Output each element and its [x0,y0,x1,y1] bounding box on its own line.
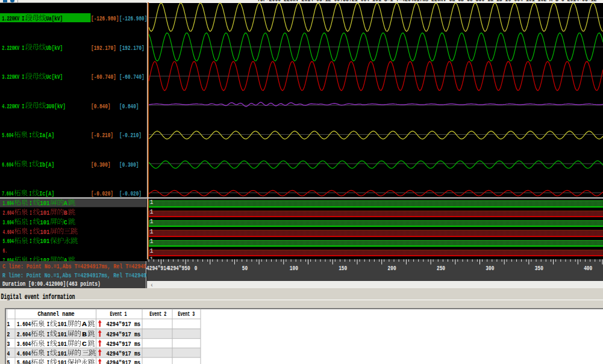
svg-text:1.604: 1.604 [17,321,31,328]
svg-text:4294"917 ms: 4294"917 ms [107,331,141,338]
svg-text:I: I [47,321,49,328]
svg-text:Event 3: Event 3 [178,310,195,318]
svg-text:101: 101 [58,359,67,364]
svg-text:Event 2: Event 2 [149,310,166,318]
svg-text:3: 3 [7,341,10,348]
svg-text:I: I [47,331,49,338]
svg-text:4294"917 ms: 4294"917 ms [107,341,141,348]
svg-text:3.604: 3.604 [17,341,31,348]
svg-text:4294"917 ms: 4294"917 ms [107,350,141,357]
svg-text:A: A [82,321,87,328]
svg-text:Event 1: Event 1 [110,310,127,318]
svg-text:4294"917 ms: 4294"917 ms [107,359,141,364]
svg-text:4: 4 [7,350,10,357]
svg-text:I: I [47,359,49,364]
svg-text:4.604: 4.604 [17,350,31,357]
svg-text:Channel name: Channel name [38,310,75,318]
svg-text:2.604: 2.604 [17,331,31,338]
svg-text:5: 5 [7,359,10,364]
svg-text:B: B [82,331,87,338]
svg-text:101: 101 [58,321,67,328]
svg-text:4294"917 ms: 4294"917 ms [107,321,141,328]
svg-text:I: I [47,341,49,348]
svg-text:C: C [82,341,87,348]
svg-text:101: 101 [58,331,67,338]
svg-text:2: 2 [7,331,10,338]
svg-text:5.604: 5.604 [17,359,31,364]
svg-text:101: 101 [58,350,67,357]
svg-text:101: 101 [58,341,67,348]
svg-text:I: I [47,350,49,357]
svg-text:1: 1 [7,321,10,328]
